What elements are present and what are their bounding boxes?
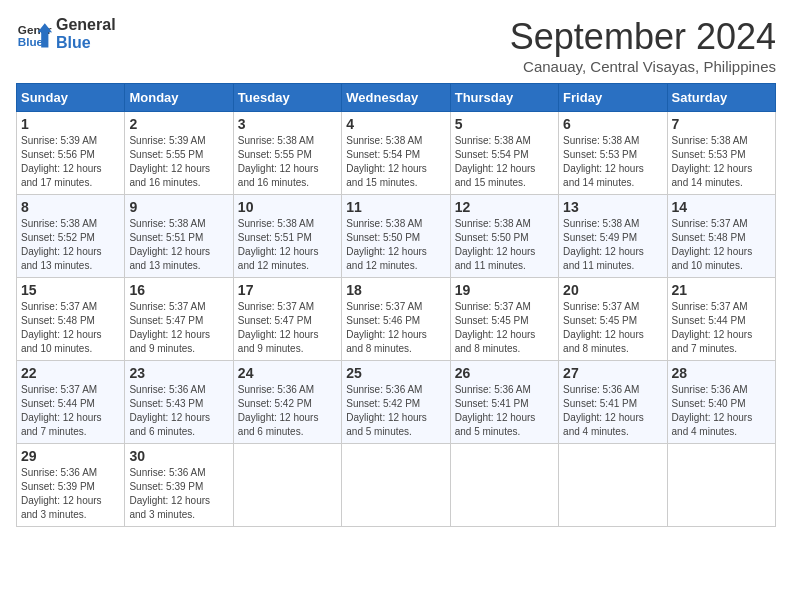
title-area: September 2024 Canauay, Central Visayas,… — [510, 16, 776, 75]
week-4: 22 Sunrise: 5:37 AMSunset: 5:44 PMDaylig… — [17, 361, 776, 444]
logo: General Blue General Blue — [16, 16, 116, 52]
day-4: 4 Sunrise: 5:38 AMSunset: 5:54 PMDayligh… — [342, 112, 450, 195]
location-subtitle: Canauay, Central Visayas, Philippines — [510, 58, 776, 75]
calendar-table: Sunday Monday Tuesday Wednesday Thursday… — [16, 83, 776, 527]
page-header: General Blue General Blue September 2024… — [16, 16, 776, 75]
day-14: 14 Sunrise: 5:37 AMSunset: 5:48 PMDaylig… — [667, 195, 775, 278]
col-wednesday: Wednesday — [342, 84, 450, 112]
empty-cell-2 — [342, 444, 450, 527]
empty-cell-4 — [559, 444, 667, 527]
day-18: 18 Sunrise: 5:37 AMSunset: 5:46 PMDaylig… — [342, 278, 450, 361]
logo-icon: General Blue — [16, 16, 52, 52]
day-28: 28 Sunrise: 5:36 AMSunset: 5:40 PMDaylig… — [667, 361, 775, 444]
day-27: 27 Sunrise: 5:36 AMSunset: 5:41 PMDaylig… — [559, 361, 667, 444]
col-thursday: Thursday — [450, 84, 558, 112]
day-11: 11 Sunrise: 5:38 AMSunset: 5:50 PMDaylig… — [342, 195, 450, 278]
day-30: 30 Sunrise: 5:36 AMSunset: 5:39 PMDaylig… — [125, 444, 233, 527]
empty-cell-1 — [233, 444, 341, 527]
day-9: 9 Sunrise: 5:38 AMSunset: 5:51 PMDayligh… — [125, 195, 233, 278]
day-8: 8 Sunrise: 5:38 AMSunset: 5:52 PMDayligh… — [17, 195, 125, 278]
logo-line2: Blue — [56, 34, 116, 52]
day-12: 12 Sunrise: 5:38 AMSunset: 5:50 PMDaylig… — [450, 195, 558, 278]
svg-text:Blue: Blue — [18, 35, 44, 48]
day-23: 23 Sunrise: 5:36 AMSunset: 5:43 PMDaylig… — [125, 361, 233, 444]
day-20: 20 Sunrise: 5:37 AMSunset: 5:45 PMDaylig… — [559, 278, 667, 361]
day-19: 19 Sunrise: 5:37 AMSunset: 5:45 PMDaylig… — [450, 278, 558, 361]
day-5: 5 Sunrise: 5:38 AMSunset: 5:54 PMDayligh… — [450, 112, 558, 195]
col-sunday: Sunday — [17, 84, 125, 112]
day-21: 21 Sunrise: 5:37 AMSunset: 5:44 PMDaylig… — [667, 278, 775, 361]
month-title: September 2024 — [510, 16, 776, 58]
day-10: 10 Sunrise: 5:38 AMSunset: 5:51 PMDaylig… — [233, 195, 341, 278]
week-3: 15 Sunrise: 5:37 AMSunset: 5:48 PMDaylig… — [17, 278, 776, 361]
day-13: 13 Sunrise: 5:38 AMSunset: 5:49 PMDaylig… — [559, 195, 667, 278]
col-tuesday: Tuesday — [233, 84, 341, 112]
day-29: 29 Sunrise: 5:36 AMSunset: 5:39 PMDaylig… — [17, 444, 125, 527]
week-2: 8 Sunrise: 5:38 AMSunset: 5:52 PMDayligh… — [17, 195, 776, 278]
col-saturday: Saturday — [667, 84, 775, 112]
day-26: 26 Sunrise: 5:36 AMSunset: 5:41 PMDaylig… — [450, 361, 558, 444]
week-1: 1 Sunrise: 5:39 AMSunset: 5:56 PMDayligh… — [17, 112, 776, 195]
day-6: 6 Sunrise: 5:38 AMSunset: 5:53 PMDayligh… — [559, 112, 667, 195]
empty-cell-5 — [667, 444, 775, 527]
day-1: 1 Sunrise: 5:39 AMSunset: 5:56 PMDayligh… — [17, 112, 125, 195]
calendar-header-row: Sunday Monday Tuesday Wednesday Thursday… — [17, 84, 776, 112]
col-friday: Friday — [559, 84, 667, 112]
day-24: 24 Sunrise: 5:36 AMSunset: 5:42 PMDaylig… — [233, 361, 341, 444]
day-16: 16 Sunrise: 5:37 AMSunset: 5:47 PMDaylig… — [125, 278, 233, 361]
week-5: 29 Sunrise: 5:36 AMSunset: 5:39 PMDaylig… — [17, 444, 776, 527]
day-22: 22 Sunrise: 5:37 AMSunset: 5:44 PMDaylig… — [17, 361, 125, 444]
day-25: 25 Sunrise: 5:36 AMSunset: 5:42 PMDaylig… — [342, 361, 450, 444]
day-2: 2 Sunrise: 5:39 AMSunset: 5:55 PMDayligh… — [125, 112, 233, 195]
empty-cell-3 — [450, 444, 558, 527]
day-7: 7 Sunrise: 5:38 AMSunset: 5:53 PMDayligh… — [667, 112, 775, 195]
col-monday: Monday — [125, 84, 233, 112]
day-17: 17 Sunrise: 5:37 AMSunset: 5:47 PMDaylig… — [233, 278, 341, 361]
day-15: 15 Sunrise: 5:37 AMSunset: 5:48 PMDaylig… — [17, 278, 125, 361]
day-3: 3 Sunrise: 5:38 AMSunset: 5:55 PMDayligh… — [233, 112, 341, 195]
logo-line1: General — [56, 16, 116, 34]
